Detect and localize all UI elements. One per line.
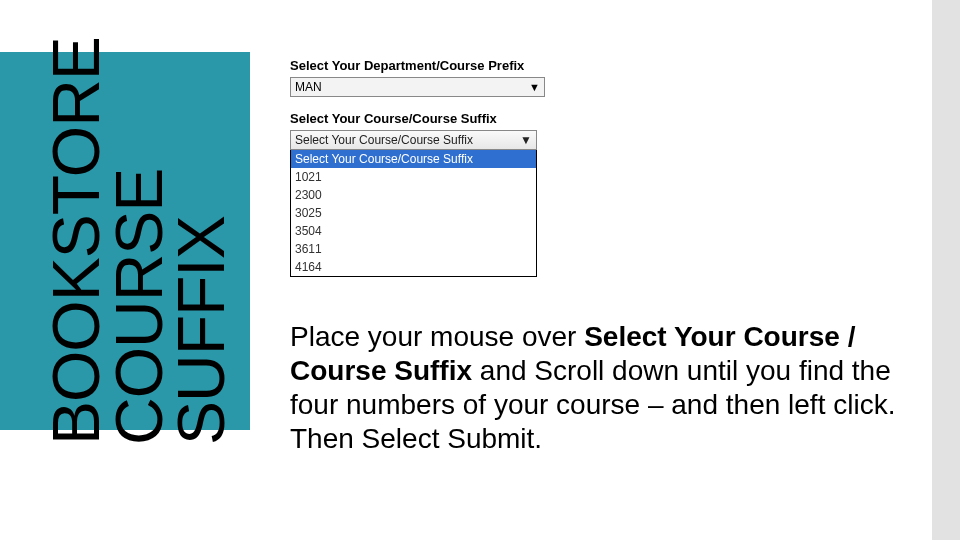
course-suffix-select-value: Select Your Course/Course Suffix [295, 133, 473, 147]
dropdown-option-selected[interactable]: Select Your Course/Course Suffix [291, 150, 536, 168]
department-select-value: MAN [295, 80, 322, 94]
chevron-down-icon: ▼ [529, 81, 540, 93]
course-suffix-label: Select Your Course/Course Suffix [290, 111, 590, 126]
sidebar-title: BOOKSTORE COURSE SUFFIX [45, 37, 233, 445]
instruction-part1: Place your mouse over [290, 321, 584, 352]
department-select[interactable]: MAN ▼ [290, 77, 545, 97]
chevron-down-icon: ▼ [520, 133, 532, 147]
course-suffix-select[interactable]: Select Your Course/Course Suffix ▼ [290, 130, 537, 150]
slide: BOOKSTORE COURSE SUFFIX Select Your Depa… [0, 0, 960, 540]
dropdown-option[interactable]: 3504 [291, 222, 536, 240]
dropdown-option[interactable]: 4164 [291, 258, 536, 276]
sidebar-title-line3: SUFFIX [164, 216, 238, 445]
dropdown-option[interactable]: 3611 [291, 240, 536, 258]
dropdown-option[interactable]: 2300 [291, 186, 536, 204]
department-label: Select Your Department/Course Prefix [290, 58, 590, 73]
dropdown-option[interactable]: 1021 [291, 168, 536, 186]
right-margin [932, 0, 960, 540]
dropdown-option[interactable]: 3025 [291, 204, 536, 222]
instruction-text: Place your mouse over Select Your Course… [290, 320, 940, 457]
course-suffix-dropdown[interactable]: Select Your Course/Course Suffix 1021 23… [290, 150, 537, 277]
form-screenshot: Select Your Department/Course Prefix MAN… [290, 58, 590, 277]
